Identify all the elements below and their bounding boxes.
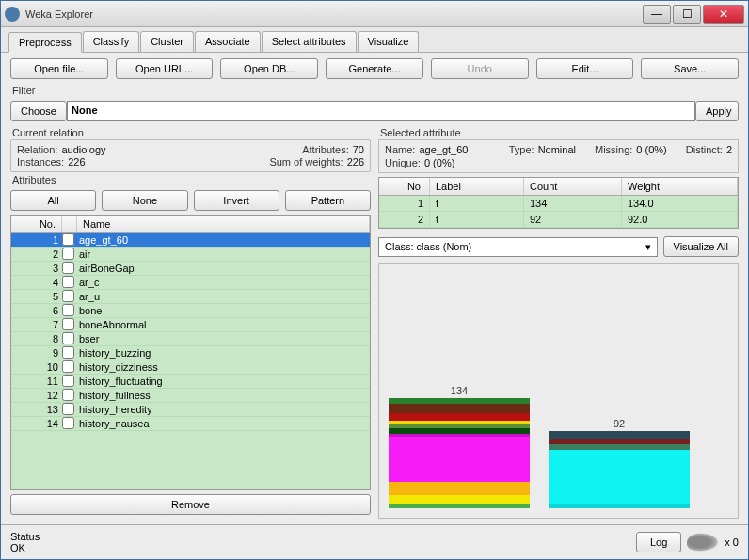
selected-attribute-box: Name:age_gt_60 Type:Nominal Missing:0 (0…: [378, 139, 739, 173]
attr-checkbox[interactable]: [62, 389, 77, 403]
table-row[interactable]: 6bone: [11, 304, 370, 318]
minimize-button[interactable]: —: [643, 5, 671, 24]
table-row[interactable]: 1f134134.0: [379, 196, 738, 212]
attr-checkbox[interactable]: [62, 318, 77, 332]
attr-checkbox[interactable]: [62, 417, 77, 431]
sa-col-weight: Weight: [622, 178, 738, 195]
sumweights-value: 226: [347, 156, 364, 168]
attr-no: 14: [11, 418, 62, 429]
attr-name: ar_c: [77, 277, 370, 288]
maximize-button[interactable]: ☐: [673, 5, 701, 24]
log-button[interactable]: Log: [636, 532, 681, 552]
table-row[interactable]: 1age_gt_60: [11, 233, 370, 248]
tab-associate[interactable]: Associate: [195, 31, 261, 52]
instances-value: 226: [68, 156, 85, 168]
table-row[interactable]: 7boneAbnormal: [11, 318, 370, 332]
remove-button[interactable]: Remove: [10, 494, 371, 515]
attr-checkbox[interactable]: [62, 276, 77, 290]
attr-checkbox[interactable]: [62, 332, 77, 346]
close-button[interactable]: ✕: [703, 5, 744, 24]
table-row[interactable]: 12history_fullness: [11, 389, 370, 403]
table-row[interactable]: 13history_heredity: [11, 403, 370, 417]
tab-preprocess[interactable]: Preprocess: [8, 32, 82, 53]
tab-visualize[interactable]: Visualize: [358, 31, 420, 52]
table-row[interactable]: 8bser: [11, 332, 370, 346]
table-row[interactable]: 3airBoneGap: [11, 262, 370, 276]
attr-name: history_buzzing: [77, 347, 370, 359]
status-heading: Status: [10, 531, 636, 542]
histogram-bar-f: 134: [389, 385, 530, 508]
sa-distinct-k: Distinct:: [686, 144, 723, 155]
pattern-button[interactable]: Pattern: [285, 190, 371, 211]
open-db-button[interactable]: Open DB...: [220, 58, 318, 79]
filter-label: Filter: [12, 85, 739, 96]
choose-filter-button[interactable]: Choose: [10, 101, 67, 121]
attr-checkbox[interactable]: [62, 233, 77, 248]
attributes-value: 70: [353, 144, 364, 155]
attr-no: 9: [11, 347, 62, 359]
relation-box: Relation:audiology Instances:226 Attribu…: [10, 139, 371, 172]
attr-name: airBoneGap: [77, 263, 370, 274]
table-row[interactable]: 14history_nausea: [11, 417, 370, 431]
generate-button[interactable]: Generate...: [326, 58, 423, 79]
attr-checkbox[interactable]: [62, 262, 77, 276]
attr-no: 2: [11, 248, 62, 260]
attr-name: air: [77, 248, 370, 260]
save-button[interactable]: Save...: [641, 58, 739, 79]
class-select[interactable]: Class: class (Nom) ▾: [378, 237, 658, 257]
sa-name-v: age_gt_60: [419, 144, 468, 155]
sa-missing-v: 0 (0%): [636, 144, 666, 155]
relation-value: audiology: [61, 144, 105, 155]
edit-button[interactable]: Edit...: [536, 58, 634, 79]
attr-no: 11: [11, 376, 62, 387]
table-row[interactable]: 5ar_u: [11, 290, 370, 304]
tab-classify[interactable]: Classify: [83, 31, 140, 52]
undo-button[interactable]: Undo: [431, 58, 529, 79]
selected-attribute-table: No. Label Count Weight 1f134134.02t9292.…: [378, 177, 739, 229]
attr-no: 1: [11, 234, 62, 246]
sa-col-no: No.: [379, 178, 430, 195]
all-button[interactable]: All: [10, 190, 96, 211]
attr-name: history_fullness: [77, 390, 370, 401]
attr-name: age_gt_60: [77, 234, 370, 246]
window-title: Weka Explorer: [25, 8, 641, 20]
filter-input[interactable]: None: [67, 101, 695, 121]
sa-col-count: Count: [524, 178, 622, 195]
tab-select-attributes[interactable]: Select attributes: [262, 31, 357, 52]
attr-name: bser: [77, 333, 370, 344]
sa-distinct-v: 2: [726, 144, 732, 155]
none-button[interactable]: None: [102, 190, 187, 211]
chevron-down-icon: ▾: [645, 241, 651, 253]
apply-filter-button[interactable]: Apply: [695, 101, 739, 121]
table-row[interactable]: 11history_fluctuating: [11, 375, 370, 389]
attr-checkbox[interactable]: [62, 304, 77, 318]
attr-no: 5: [11, 291, 62, 302]
invert-button[interactable]: Invert: [194, 190, 279, 211]
table-row[interactable]: 4ar_c: [11, 276, 370, 290]
attr-no: 3: [11, 263, 62, 274]
table-row[interactable]: 2air: [11, 248, 370, 262]
attr-checkbox[interactable]: [62, 290, 77, 304]
attr-name: boneAbnormal: [77, 319, 370, 330]
attr-checkbox[interactable]: [62, 375, 77, 389]
table-row[interactable]: 10history_dizziness: [11, 360, 370, 375]
col-name: Name: [77, 216, 370, 232]
app-icon: [5, 7, 20, 22]
visualization-panel: 134 92: [378, 263, 739, 519]
attr-no: 12: [11, 390, 62, 401]
attr-checkbox[interactable]: [62, 248, 77, 262]
attr-name: history_dizziness: [77, 361, 370, 373]
attr-name: history_heredity: [77, 404, 370, 415]
attr-checkbox[interactable]: [62, 360, 77, 375]
attr-checkbox[interactable]: [62, 403, 77, 417]
tab-cluster[interactable]: Cluster: [140, 31, 194, 52]
open-file-button[interactable]: Open file...: [10, 58, 108, 79]
open-url-button[interactable]: Open URL...: [116, 58, 214, 79]
attr-checkbox[interactable]: [62, 346, 77, 360]
table-row[interactable]: 9history_buzzing: [11, 346, 370, 360]
histogram-bar-t: 92: [549, 418, 690, 508]
visualize-all-button[interactable]: Visualize All: [663, 236, 740, 257]
attr-no: 10: [11, 361, 62, 373]
attr-name: history_fluctuating: [77, 376, 370, 387]
table-row[interactable]: 2t9292.0: [379, 212, 738, 228]
